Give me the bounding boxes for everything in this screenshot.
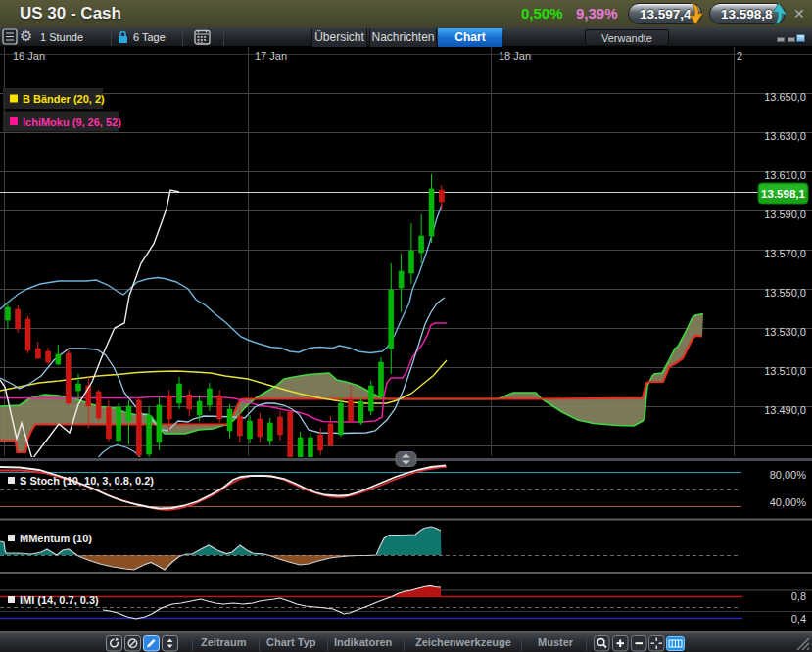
svg-text:IMI (14, 0.7, 0.3): IMI (14, 0.7, 0.3)	[20, 594, 99, 606]
svg-text:2: 2	[737, 50, 742, 62]
svg-text:18 Jan: 18 Jan	[499, 50, 531, 62]
svg-text:16 Jan: 16 Jan	[13, 50, 45, 62]
svg-text:80,00%: 80,00%	[770, 469, 807, 481]
svg-text:17 Jan: 17 Jan	[255, 50, 287, 62]
svg-text:0,8: 0,8	[791, 590, 806, 602]
svg-text:0,4: 0,4	[791, 613, 806, 625]
svg-text:13.650,0: 13.650,0	[764, 91, 806, 103]
svg-text:13.550,0: 13.550,0	[764, 287, 806, 299]
svg-text:13.590,0: 13.590,0	[764, 209, 806, 220]
svg-text:B Bänder (20, 2): B Bänder (20, 2)	[23, 93, 105, 105]
svg-text:MMentum (10): MMentum (10)	[20, 533, 92, 544]
svg-text:13.598,1: 13.598,1	[761, 188, 805, 200]
svg-text:40,00%: 40,00%	[770, 496, 807, 508]
svg-text:13.510,0: 13.510,0	[764, 365, 806, 377]
svg-text:13.530,0: 13.530,0	[764, 326, 806, 338]
svg-text:IchiMoku (9, 26, 52): IchiMoku (9, 26, 52)	[23, 116, 121, 128]
svg-text:13.490,0: 13.490,0	[764, 404, 806, 416]
svg-text:13.610,0: 13.610,0	[764, 169, 806, 181]
svg-text:13.570,0: 13.570,0	[764, 248, 806, 259]
svg-text:S Stoch (10, 10, 3, 0.8, 0.2): S Stoch (10, 10, 3, 0.8, 0.2)	[20, 475, 154, 487]
svg-text:13.630,0: 13.630,0	[764, 130, 806, 142]
